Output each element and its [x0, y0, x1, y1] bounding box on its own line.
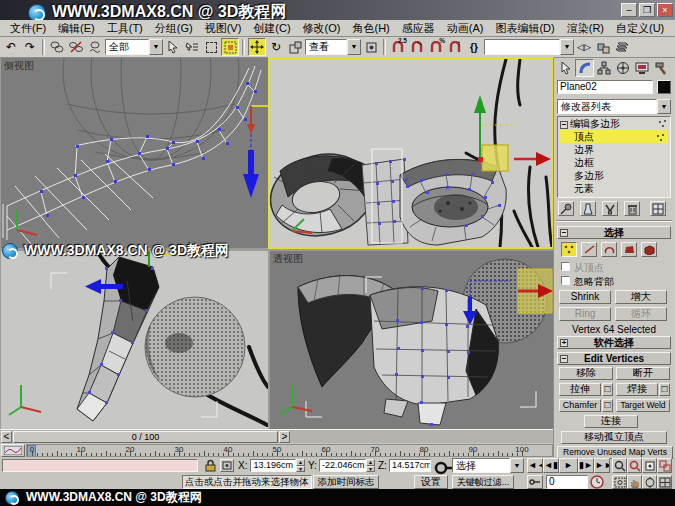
- snap-toggle-icon[interactable]: 2.5: [389, 38, 407, 56]
- current-frame-field[interactable]: 0: [546, 475, 588, 489]
- mini-curve-editor-button[interactable]: [1, 444, 25, 457]
- selected-filter-dropdown[interactable]: 选择 ▼: [452, 458, 524, 473]
- use-pivot-center-icon[interactable]: [362, 38, 380, 56]
- collapse-icon[interactable]: −: [560, 229, 568, 237]
- selection-rollout-header[interactable]: −选择: [557, 226, 671, 239]
- zoom-all-icon[interactable]: [627, 458, 642, 473]
- menu-customize[interactable]: 自定义(U): [610, 21, 670, 36]
- selection-lock-icon[interactable]: [204, 459, 217, 472]
- extrude-button[interactable]: 拉伸: [559, 383, 601, 396]
- time-configuration-icon[interactable]: [590, 475, 604, 489]
- viewport-bottom-right[interactable]: 透视图: [270, 251, 553, 429]
- object-color-swatch[interactable]: [657, 80, 671, 94]
- target-weld-button[interactable]: Target Weld: [616, 399, 670, 412]
- time-slider-right-arrow[interactable]: >: [279, 431, 290, 443]
- menu-character[interactable]: 角色(H): [347, 21, 396, 36]
- spinner-snap-icon[interactable]: [446, 38, 464, 56]
- subobject-polygon-icon[interactable]: [621, 242, 637, 257]
- subobject-edge-icon[interactable]: [581, 242, 597, 257]
- y-spinner[interactable]: ▲▼: [366, 459, 375, 472]
- undo-icon[interactable]: ↶: [2, 38, 20, 56]
- configure-modifier-sets-icon[interactable]: [650, 201, 666, 216]
- subobject-vertex-icon[interactable]: [561, 242, 577, 257]
- unlink-selection-icon[interactable]: [67, 38, 85, 56]
- modifier-list-dropdown[interactable]: 修改器列表 ▼: [557, 99, 671, 114]
- menu-rendering[interactable]: 渲染(R): [561, 21, 610, 36]
- chevron-down-icon[interactable]: ▼: [149, 39, 163, 55]
- tab-modify[interactable]: [575, 59, 594, 77]
- minimize-button[interactable]: –: [621, 3, 637, 17]
- tab-hierarchy[interactable]: [594, 59, 613, 77]
- connect-button[interactable]: 连接: [584, 415, 638, 428]
- maxscript-mini-listener[interactable]: [2, 459, 198, 472]
- menu-create[interactable]: 创建(C): [247, 21, 296, 36]
- loop-button[interactable]: 循环: [615, 307, 667, 321]
- maximize-viewport-toggle-icon[interactable]: [657, 475, 672, 489]
- stack-item-element[interactable]: 元素: [560, 182, 670, 195]
- menu-tools[interactable]: 工具(T): [101, 21, 149, 36]
- z-coordinate-field[interactable]: 14.517cm: [389, 459, 431, 472]
- edit-named-selections-icon[interactable]: {}: [465, 38, 483, 56]
- ignore-backfacing-checkbox[interactable]: [561, 276, 570, 285]
- layer-manager-icon[interactable]: [613, 38, 631, 56]
- collapse-icon[interactable]: −: [560, 355, 568, 363]
- break-button[interactable]: 断开: [616, 367, 670, 380]
- make-unique-icon[interactable]: [602, 201, 618, 216]
- zoom-extents-all-icon[interactable]: [657, 458, 672, 473]
- tab-display[interactable]: [632, 59, 651, 77]
- zoom-extents-icon[interactable]: [642, 458, 657, 473]
- pan-hand-icon[interactable]: [627, 475, 642, 489]
- menu-group[interactable]: 分组(G): [149, 21, 199, 36]
- select-and-scale-icon[interactable]: [286, 38, 304, 56]
- show-end-result-icon[interactable]: [580, 201, 596, 216]
- redo-icon[interactable]: ↷: [21, 38, 39, 56]
- viewport-top-right-active[interactable]: [268, 57, 554, 249]
- track-ruler[interactable]: 0102030405060708090100: [26, 444, 553, 457]
- y-coordinate-field[interactable]: -22.046cm: [319, 459, 366, 472]
- viewport-label[interactable]: 透视图: [273, 252, 303, 266]
- x-spinner[interactable]: ▲▼: [296, 459, 305, 472]
- previous-frame-icon[interactable]: ◄▮: [543, 458, 559, 473]
- chevron-down-icon[interactable]: ▼: [510, 458, 524, 473]
- goto-start-icon[interactable]: ◄◄: [527, 458, 543, 473]
- shrink-button[interactable]: Shrink: [559, 290, 611, 304]
- weld-settings-button[interactable]: □: [659, 383, 670, 396]
- viewport-label[interactable]: 侧视图: [4, 59, 34, 73]
- select-object-icon[interactable]: [164, 38, 182, 56]
- key-filters-button[interactable]: 关键帧过滤...: [452, 475, 514, 489]
- tab-create[interactable]: [556, 59, 575, 77]
- window-crossing-toggle-icon[interactable]: [221, 38, 239, 56]
- maximize-button[interactable]: ❒: [639, 3, 655, 17]
- angle-snap-icon[interactable]: [408, 38, 426, 56]
- stack-item-vertex[interactable]: 顶点: [560, 130, 668, 143]
- next-frame-icon[interactable]: ▮►: [578, 458, 594, 473]
- close-button[interactable]: ×: [657, 3, 673, 17]
- stack-item-edge[interactable]: 边界: [560, 143, 670, 156]
- menu-file[interactable]: 文件(F): [4, 21, 52, 36]
- absolute-mode-icon[interactable]: [220, 459, 234, 472]
- stack-root-row[interactable]: −编辑多边形: [560, 117, 670, 130]
- ring-button[interactable]: Ring: [559, 307, 611, 321]
- menu-graph-editors[interactable]: 图表编辑(D): [489, 21, 560, 36]
- align-icon[interactable]: [594, 38, 612, 56]
- edit-vertices-rollout-header[interactable]: −Edit Vertices: [557, 352, 671, 365]
- subobject-border-icon[interactable]: [601, 242, 617, 257]
- named-selection-dropdown[interactable]: ▼: [484, 39, 574, 55]
- play-button-icon[interactable]: ►: [559, 458, 578, 473]
- viewport-canvas-shaded-side[interactable]: [1, 251, 268, 429]
- menu-edit[interactable]: 编辑(E): [52, 21, 101, 36]
- time-slider-track[interactable]: < 0 / 100 >: [0, 429, 553, 443]
- viewport-canvas-shaded-front[interactable]: [270, 59, 552, 247]
- select-by-name-icon[interactable]: [183, 38, 201, 56]
- viewport-top-left[interactable]: 侧视图: [1, 58, 268, 248]
- expand-icon[interactable]: +: [560, 339, 568, 347]
- subobject-element-icon[interactable]: [641, 242, 657, 257]
- menu-views[interactable]: 视图(V): [199, 21, 248, 36]
- stack-item-polygon[interactable]: 多边形: [560, 169, 670, 182]
- mirror-icon[interactable]: ◁▷: [575, 38, 593, 56]
- chevron-down-icon[interactable]: ▼: [657, 99, 671, 114]
- grow-button[interactable]: 增大: [615, 290, 667, 304]
- menu-modifiers[interactable]: 修改(O): [297, 21, 347, 36]
- time-slider-handle[interactable]: 0 / 100: [13, 431, 278, 443]
- select-and-rotate-icon[interactable]: ↻: [267, 38, 285, 56]
